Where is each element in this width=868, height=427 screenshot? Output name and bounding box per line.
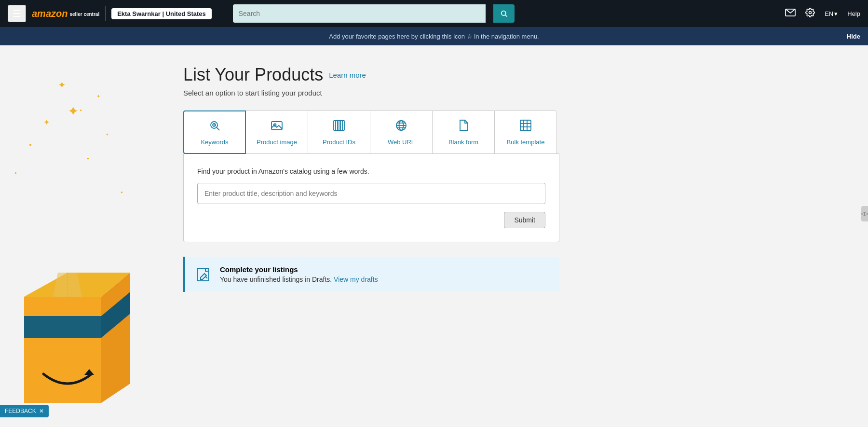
complete-banner-content: Complete your listings You have unfinish… (220, 265, 378, 283)
tab-bulk-template[interactable]: Bulk template (494, 110, 557, 154)
svg-marker-4 (24, 297, 101, 403)
sparkle-dot-1: ● (29, 142, 32, 147)
search-button[interactable] (493, 4, 515, 23)
page-title: List Your Products (183, 65, 323, 85)
hamburger-menu[interactable]: ☰ (8, 5, 26, 22)
keywords-tab-icon (208, 119, 221, 135)
language-arrow: ▾ (834, 10, 838, 17)
product-image-tab-icon (271, 119, 283, 135)
tabs-row: Keywords Product image (183, 110, 559, 154)
blank-form-tab-icon (457, 119, 470, 135)
svg-point-0 (501, 11, 505, 15)
amazon-box-illustration (5, 191, 140, 413)
tab-keywords[interactable]: Keywords (183, 110, 246, 154)
seller-info-badge[interactable]: Ekta Swarnkar | United States (111, 8, 212, 19)
right-content-panel: List Your Products Learn more Select an … (154, 45, 588, 427)
sparkle-icon-3: ✦ (96, 94, 100, 99)
seller-central-text: seller central (69, 12, 99, 17)
search-input[interactable] (233, 4, 486, 23)
bulk-template-tab-icon (519, 119, 532, 135)
search-panel-description: Find your product in Amazon's catalog us… (197, 167, 545, 175)
sparkle-icon-4: ✦ (58, 79, 66, 91)
sparkle-dot-3: ● (80, 108, 82, 112)
product-image-tab-label: Product image (257, 138, 297, 146)
help-link[interactable]: Help (847, 10, 860, 17)
settings-button[interactable] (805, 8, 815, 20)
learn-more-link[interactable]: Learn more (329, 71, 366, 79)
complete-banner-title: Complete your listings (220, 265, 378, 274)
tab-product-image[interactable]: Product image (245, 110, 308, 154)
bulk-template-tab-label: Bulk template (507, 138, 545, 146)
search-panel-footer: Submit (197, 212, 545, 228)
view-drafts-link[interactable]: View my drafts (334, 275, 378, 283)
blank-form-tab-label: Blank form (448, 138, 478, 146)
svg-point-3 (809, 11, 812, 14)
complete-banner-body: You have unfinished listings in Drafts. … (220, 275, 378, 283)
gear-icon (805, 8, 815, 17)
favorites-bar: Add your favorite pages here by clicking… (0, 27, 868, 45)
nav-divider (105, 6, 106, 21)
search-panel: Find your product in Amazon's catalog us… (183, 153, 559, 242)
product-ids-tab-label: Product IDs (323, 138, 355, 146)
svg-rect-29 (520, 120, 531, 131)
mail-button[interactable] (785, 8, 796, 19)
keywords-tab-label: Keywords (201, 138, 228, 146)
svg-line-13 (217, 127, 219, 130)
language-selector[interactable]: EN ▾ (825, 10, 838, 17)
amazon-logo: amazon seller central (32, 8, 99, 19)
sparkle-dot-4: ● (14, 171, 17, 175)
language-code: EN (825, 10, 833, 17)
tab-web-url[interactable]: Web URL (370, 110, 433, 154)
submit-button[interactable]: Submit (504, 212, 545, 228)
web-url-tab-icon (395, 119, 407, 135)
nav-right-actions: EN ▾ Help (785, 8, 860, 20)
main-content: ✦ ✦ ✦ ● ● ● ● ● ✦ ● (0, 45, 868, 427)
edit-draft-icon (195, 267, 212, 282)
amazon-wordmark: amazon (32, 8, 68, 19)
tab-blank-form[interactable]: Blank form (432, 110, 495, 154)
page-subtitle: Select an option to start listing your p… (183, 89, 559, 97)
svg-rect-7 (24, 316, 101, 338)
sparkle-icon-2: ✦ (43, 118, 50, 127)
sparkle-dot-6: ● (87, 156, 89, 161)
feedback-label: FEEDBACK (5, 408, 36, 414)
svg-marker-11 (53, 273, 82, 297)
svg-point-15 (214, 124, 215, 125)
page-title-row: List Your Products Learn more (183, 65, 559, 85)
sparkle-icon-1: ✦ (68, 103, 79, 119)
hide-favorites-button[interactable]: Hide (847, 33, 860, 40)
svg-line-1 (505, 15, 507, 17)
mail-icon (785, 8, 796, 17)
sparkle-dot-2: ● (106, 132, 108, 137)
search-icon (500, 10, 508, 17)
resize-handle[interactable]: ◁▷ (861, 206, 868, 221)
product-search-input[interactable] (197, 183, 545, 204)
product-ids-tab-icon (333, 119, 345, 135)
feedback-close-button[interactable]: ✕ (39, 408, 44, 414)
complete-listings-banner: Complete your listings You have unfinish… (183, 257, 559, 292)
top-navigation: ☰ amazon seller central Ekta Swarnkar | … (0, 0, 868, 27)
favorites-bar-text: Add your favorite pages here by clicking… (329, 33, 539, 40)
web-url-tab-label: Web URL (388, 138, 415, 146)
feedback-button[interactable]: FEEDBACK ✕ (0, 405, 49, 417)
svg-line-35 (205, 276, 207, 278)
tab-product-ids[interactable]: Product IDs (308, 110, 370, 154)
illustration-panel: ✦ ✦ ✦ ● ● ● ● ● ✦ ● (0, 45, 154, 427)
search-bar (225, 4, 515, 23)
